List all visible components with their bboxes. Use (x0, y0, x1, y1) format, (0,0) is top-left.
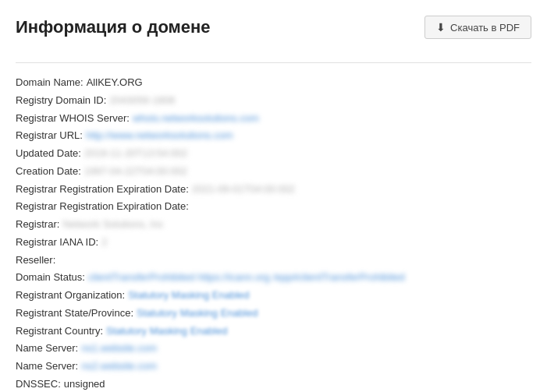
ns1-value: ns1.website.com (81, 340, 157, 358)
whois-reg-org: Registrant Organization: Statutory Maski… (16, 287, 531, 305)
registry-id-value: 2043056-1808 (109, 92, 175, 110)
reg-org-label: Registrant Organization: (16, 287, 125, 305)
dnssec-value: unsigned (64, 376, 105, 392)
registrar-url-value: http://www.networksolutions.com (86, 127, 233, 145)
updated-date-value: 2019-11-20T13:54:002 (84, 145, 187, 163)
registrar-whois-label: Registrar WHOIS Server: (16, 110, 130, 128)
reg-state-label: Registrant State/Province: (16, 305, 133, 323)
expiration-date1-label: Registrar Registration Expiration Date: (16, 181, 189, 199)
creation-date-value: 1997-04-22T04:00:002 (84, 163, 187, 181)
whois-registry-id: Registry Domain ID: 2043056-1808 (16, 92, 531, 110)
whois-expiration-date2: Registrar Registration Expiration Date: (16, 198, 531, 216)
domain-name-label: Domain Name: (16, 74, 83, 92)
domain-status-value: clientTransferProhibited https://icann.o… (88, 269, 405, 287)
whois-reg-country: Registrant Country: Statutory Masking En… (16, 323, 531, 341)
whois-reg-state: Registrant State/Province: Statutory Mas… (16, 305, 531, 323)
expiration-date2-label: Registrar Registration Expiration Date: (16, 198, 189, 216)
iana-label: Registrar IANA ID: (16, 234, 98, 252)
registrar-label: Registrar: (16, 216, 59, 234)
domain-status-label: Domain Status: (16, 269, 85, 287)
whois-ns1: Name Server: ns1.website.com (16, 340, 531, 358)
whois-ns2: Name Server: ns2.website.com (16, 358, 531, 376)
reg-country-label: Registrant Country: (16, 323, 103, 341)
ns2-label: Name Server: (16, 358, 78, 376)
pdf-button-label: Скачать в PDF (450, 22, 520, 34)
whois-dnssec: DNSSEC: unsigned (16, 376, 531, 392)
whois-reseller: Reseller: (16, 252, 531, 270)
reg-org-value: Statutory Masking Enabled (128, 287, 249, 305)
download-icon: ⬇ (436, 21, 446, 34)
whois-domain-status: Domain Status: clientTransferProhibited … (16, 269, 531, 287)
whois-registrar-url: Registrar URL: http://www.networksolutio… (16, 127, 531, 145)
pdf-download-button[interactable]: ⬇ Скачать в PDF (424, 16, 531, 39)
registrar-whois-value: whois.networksolutions.com (133, 110, 259, 128)
reg-state-value: Statutory Masking Enabled (137, 305, 258, 323)
reseller-label: Reseller: (16, 252, 55, 270)
ns2-value: ns2.website.com (81, 358, 157, 376)
page-header: Информация о домене ⬇ Скачать в PDF (16, 16, 531, 47)
whois-iana: Registrar IANA ID: 2 (16, 234, 531, 252)
expiration-date1-value: 2021-09-01T04:00:002 (192, 181, 295, 199)
whois-domain-name: Domain Name: AllKEY.ORG (16, 74, 531, 92)
updated-date-label: Updated Date: (16, 145, 81, 163)
dnssec-label: DNSSEC: (16, 376, 61, 392)
creation-date-label: Creation Date: (16, 163, 81, 181)
page-title: Информация о домене (16, 17, 211, 37)
registry-id-label: Registry Domain ID: (16, 92, 106, 110)
whois-registrar-whois: Registrar WHOIS Server: whois.networksol… (16, 110, 531, 128)
registrar-value: Network Solutions, Inc (62, 216, 163, 234)
whois-content: Domain Name: AllKEY.ORG Registry Domain … (16, 74, 531, 392)
domain-name-value: AllKEY.ORG (87, 74, 143, 92)
ns1-label: Name Server: (16, 340, 78, 358)
whois-updated-date: Updated Date: 2019-11-20T13:54:002 (16, 145, 531, 163)
header-divider (16, 62, 531, 63)
registrar-url-label: Registrar URL: (16, 127, 83, 145)
whois-creation-date: Creation Date: 1997-04-22T04:00:002 (16, 163, 531, 181)
whois-registrar: Registrar: Network Solutions, Inc (16, 216, 531, 234)
iana-value: 2 (101, 234, 107, 252)
whois-expiration-date1: Registrar Registration Expiration Date: … (16, 181, 531, 199)
reg-country-value: Statutory Masking Enabled (106, 323, 227, 341)
